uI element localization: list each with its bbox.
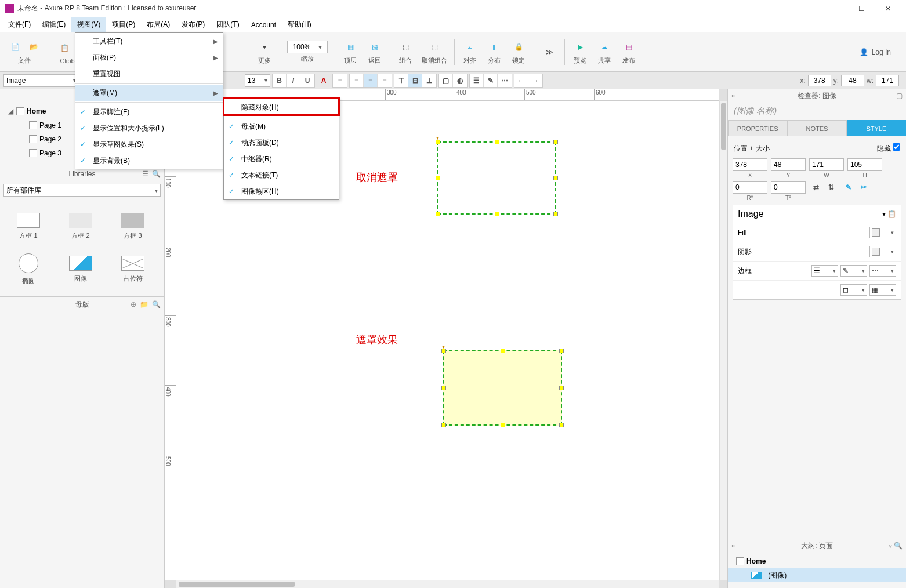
coord-y-input[interactable]: [841, 75, 864, 86]
ungroup-icon[interactable]: ⬚: [426, 39, 443, 55]
collapse-outline-icon[interactable]: «: [731, 542, 735, 550]
minimize-button[interactable]: ─: [821, 0, 848, 17]
menu-project[interactable]: 项目(P): [106, 17, 141, 32]
bold-button[interactable]: B: [273, 74, 287, 87]
lib-widget-image[interactable]: 图像: [55, 248, 107, 291]
outline-item-image[interactable]: (图像): [728, 568, 906, 582]
bring-front-icon[interactable]: ▦: [342, 39, 358, 55]
masters-search-icon[interactable]: 🔍: [152, 300, 161, 308]
more-icon[interactable]: ▾: [256, 39, 273, 55]
flip-h-icon[interactable]: ⇄: [809, 181, 823, 194]
menu-hide-objects[interactable]: 隐藏对象(H): [224, 99, 363, 115]
lib-widget-ellipse[interactable]: 椭圆: [2, 248, 55, 291]
line-end-button[interactable]: →: [528, 74, 542, 87]
send-back-icon[interactable]: ▧: [367, 39, 383, 55]
resize-handle[interactable]: [495, 212, 499, 216]
style-name[interactable]: Image: [738, 209, 763, 219]
border-width-picker[interactable]: ☰▾: [811, 265, 838, 277]
menu-help[interactable]: 帮助(H): [282, 17, 317, 32]
resize-handle[interactable]: [441, 423, 446, 427]
menu-mask-hotspot[interactable]: ✓图像热区(H): [224, 183, 363, 199]
border-visibility-picker[interactable]: ▦▾: [869, 284, 896, 296]
border-width-button[interactable]: ☰: [470, 74, 484, 87]
pos-h-input[interactable]: [847, 158, 882, 171]
bullet-list-button[interactable]: ≡: [333, 74, 347, 87]
style-edit-icon[interactable]: 📋: [887, 210, 896, 218]
font-color-button[interactable]: A: [317, 74, 331, 87]
style-dropdown-icon[interactable]: ▾: [882, 210, 886, 218]
coord-w-input[interactable]: [876, 75, 899, 86]
outline-root[interactable]: Home: [728, 554, 906, 568]
resize-handle[interactable]: [553, 212, 558, 216]
resize-handle[interactable]: [501, 423, 505, 427]
zoom-input[interactable]: ▾: [287, 41, 328, 53]
lib-search-icon[interactable]: 🔍: [152, 170, 161, 178]
underline-button[interactable]: U: [300, 74, 314, 87]
widget-style-selector[interactable]: Image▾: [3, 74, 79, 87]
lock-icon[interactable]: 🔒: [510, 39, 527, 55]
maximize-button[interactable]: ☐: [848, 0, 875, 17]
library-selector[interactable]: 所有部件库▾: [3, 184, 161, 197]
menu-publish[interactable]: 发布(P): [176, 17, 211, 32]
menu-show-location[interactable]: ✓显示位置和大小提示(L): [75, 120, 223, 136]
pos-y-input[interactable]: [771, 158, 806, 171]
inspector-menu-icon[interactable]: ▢: [896, 92, 903, 100]
resize-handle[interactable]: [436, 176, 440, 180]
align-center-button[interactable]: ≡: [364, 74, 378, 87]
menu-toolbars[interactable]: 工具栏(T)▶: [75, 33, 223, 49]
lib-widget-box1[interactable]: 方框 1: [2, 205, 55, 248]
share-icon[interactable]: ☁: [596, 39, 613, 55]
slice-icon[interactable]: ✂: [857, 181, 871, 194]
text-rotation-input[interactable]: [771, 181, 806, 194]
lib-widget-placeholder[interactable]: 占位符: [107, 248, 159, 291]
pos-x-input[interactable]: [733, 158, 767, 171]
shadow-picker[interactable]: ▾: [869, 246, 896, 257]
align-right-button[interactable]: ≡: [378, 74, 392, 87]
menu-team[interactable]: 团队(T): [211, 17, 245, 32]
resize-handle[interactable]: [436, 140, 440, 144]
menu-reset-view[interactable]: 重置视图: [75, 66, 223, 82]
menu-show-footnotes[interactable]: ✓显示脚注(F): [75, 104, 223, 120]
scrollbar-vertical[interactable]: [719, 101, 727, 580]
collapse-inspector-icon[interactable]: «: [731, 92, 735, 100]
resize-handle[interactable]: [553, 140, 558, 144]
outline-search-icon[interactable]: 🔍: [894, 542, 903, 550]
menu-mask-textlink[interactable]: ✓文本链接(T): [224, 167, 363, 183]
tab-properties[interactable]: PROPERTIES: [728, 120, 787, 136]
corner-radius-picker[interactable]: ◻▾: [840, 284, 867, 296]
resize-handle[interactable]: [501, 349, 505, 353]
open-file-icon[interactable]: 📂: [26, 39, 42, 55]
font-size-selector[interactable]: 13▾: [245, 74, 270, 87]
close-button[interactable]: ✕: [875, 0, 901, 17]
paste-icon[interactable]: 📋: [56, 40, 73, 56]
menu-arrange[interactable]: 布局(A): [141, 17, 176, 32]
border-color-picker[interactable]: ✎▾: [840, 265, 867, 277]
resize-handle[interactable]: [495, 140, 499, 144]
fill-color-button[interactable]: ▢: [439, 74, 453, 87]
border-style-button[interactable]: ⋯: [498, 74, 512, 87]
align-left-button[interactable]: ≡: [350, 74, 364, 87]
valign-top-button[interactable]: ⊤: [394, 74, 408, 87]
menu-view[interactable]: 视图(V): [71, 17, 106, 32]
lib-widget-box2[interactable]: 方框 2: [55, 205, 107, 248]
toolbar-overflow-icon[interactable]: ≫: [541, 44, 557, 60]
menu-mask-dynamic[interactable]: ✓动态面板(D): [224, 135, 363, 151]
coord-x-input[interactable]: [808, 75, 831, 86]
resize-handle[interactable]: [559, 349, 564, 353]
menu-show-sketch[interactable]: ✓显示草图效果(S): [75, 136, 223, 153]
group-icon[interactable]: ⬚: [397, 39, 414, 55]
border-color-button[interactable]: ✎: [484, 74, 498, 87]
resize-handle[interactable]: [553, 176, 558, 180]
resize-handle[interactable]: [441, 386, 446, 390]
outline-filter-icon[interactable]: ▿: [889, 542, 892, 550]
distribute-icon[interactable]: ⫿: [486, 39, 502, 55]
menu-mask[interactable]: 遮罩(M)▶: [75, 85, 223, 101]
resize-handle[interactable]: [441, 349, 446, 353]
flip-v-icon[interactable]: ⇅: [824, 181, 838, 194]
menu-mask-repeater[interactable]: ✓中继器(R): [224, 151, 363, 167]
menu-panels[interactable]: 面板(P)▶: [75, 49, 223, 66]
menu-file[interactable]: 文件(F): [2, 17, 37, 32]
scrollbar-horizontal[interactable]: [176, 580, 719, 588]
pos-w-input[interactable]: [809, 158, 844, 171]
lib-widget-box3[interactable]: 方框 3: [107, 205, 159, 248]
